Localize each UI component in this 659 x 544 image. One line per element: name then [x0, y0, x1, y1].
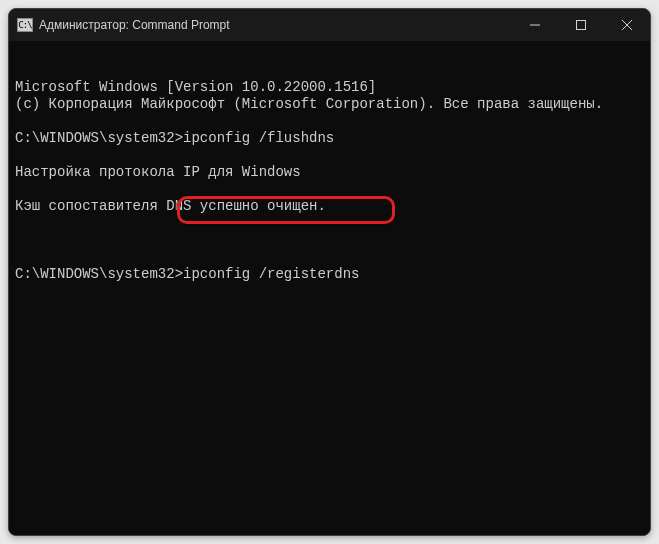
terminal-line: C:\WINDOWS\system32>ipconfig /flushdns — [15, 130, 644, 147]
terminal-line — [15, 215, 644, 232]
terminal-output[interactable]: Microsoft Windows [Version 10.0.22000.15… — [9, 41, 650, 535]
terminal-line — [15, 147, 644, 164]
active-command: ipconfig /registerdns — [183, 266, 359, 282]
terminal-line: Настройка протокола IP для Windows — [15, 164, 644, 181]
terminal-line: Кэш сопоставителя DNS успешно очищен. — [15, 198, 644, 215]
cursor — [359, 267, 367, 282]
command-prompt-window: C:\ Администратор: Command Prompt Micros… — [8, 8, 651, 536]
minimize-button[interactable] — [512, 9, 558, 41]
close-button[interactable] — [604, 9, 650, 41]
terminal-line — [15, 113, 644, 130]
active-prompt-line: C:\WINDOWS\system32>ipconfig /registerdn… — [15, 266, 644, 283]
terminal-line: Microsoft Windows [Version 10.0.22000.15… — [15, 79, 644, 96]
titlebar[interactable]: C:\ Администратор: Command Prompt — [9, 9, 650, 41]
terminal-line — [15, 181, 644, 198]
maximize-button[interactable] — [558, 9, 604, 41]
window-title: Администратор: Command Prompt — [39, 18, 230, 32]
window-controls — [512, 9, 650, 41]
terminal-lines: Microsoft Windows [Version 10.0.22000.15… — [15, 79, 644, 232]
terminal-line: (c) Корпорация Майкрософт (Microsoft Cor… — [15, 96, 644, 113]
prompt-text: C:\WINDOWS\system32> — [15, 266, 183, 282]
cmd-icon: C:\ — [17, 18, 33, 32]
svg-rect-1 — [577, 21, 586, 30]
